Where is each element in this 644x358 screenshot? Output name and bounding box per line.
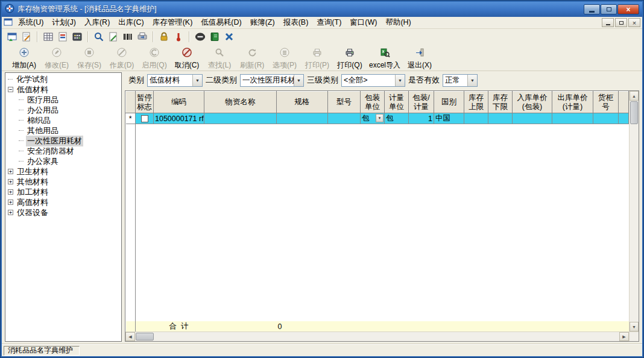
close-button[interactable]: ×: [617, 4, 639, 14]
menu-window[interactable]: 窗口(W): [346, 16, 381, 29]
header-code[interactable]: 编码: [154, 92, 204, 113]
report-icon[interactable]: [56, 30, 69, 43]
sidebar-item-other-materials[interactable]: +其他材料: [5, 177, 121, 187]
window-new-icon[interactable]: [5, 30, 19, 43]
horizontal-scrollbar[interactable]: ◀ ▶: [125, 332, 629, 341]
cell-model[interactable]: [328, 113, 361, 124]
header-in-price[interactable]: 入库单价(包装): [513, 92, 552, 113]
validity-combo[interactable]: 正常 ▼: [443, 74, 478, 87]
mdi-minimize-button[interactable]: [602, 18, 614, 27]
lock-icon[interactable]: [157, 30, 171, 43]
options-button[interactable]: 选项(P): [268, 46, 301, 70]
sidebar-item-disposable-medical-consumables[interactable]: 一次性医用耗材: [5, 136, 121, 146]
tree-expander-plus-icon[interactable]: +: [8, 189, 13, 195]
cancel-button[interactable]: 取消(C): [171, 46, 203, 70]
sidebar-item-chemical-reagents[interactable]: 化学试剂: [5, 74, 121, 84]
grid-icon[interactable]: [42, 30, 55, 43]
tree-expander-minus-icon[interactable]: −: [8, 87, 13, 92]
exit-button[interactable]: 退出(X): [403, 46, 436, 70]
barcode-icon[interactable]: [121, 30, 134, 43]
sidebar-item-low-value-materials[interactable]: −低值材料: [5, 84, 121, 95]
header-row-marker[interactable]: [126, 92, 136, 113]
menu-system[interactable]: 系统(U): [14, 16, 48, 29]
hscroll-thumb[interactable]: [136, 333, 154, 341]
tree-expander-plus-icon[interactable]: +: [8, 199, 13, 205]
excel-import-button[interactable]: excel导入: [366, 46, 403, 70]
tree-expander-plus-icon[interactable]: +: [8, 179, 13, 184]
level3-combo[interactable]: <全部> ▼: [341, 74, 405, 87]
header-material-name[interactable]: 物资名称: [204, 92, 277, 113]
edit-doc-icon[interactable]: [107, 30, 120, 43]
search-doc-icon[interactable]: [92, 30, 106, 43]
menu-inbound[interactable]: 入库(R): [80, 16, 114, 29]
cell-cabinet[interactable]: [593, 113, 619, 124]
print-export-icon[interactable]: [136, 30, 149, 43]
dropdown-arrow-icon[interactable]: ▼: [395, 75, 405, 86]
header-stock-upper[interactable]: 库存上限: [464, 92, 488, 113]
cell-material-name[interactable]: [204, 113, 277, 124]
menu-low-value[interactable]: 低值易耗(D): [197, 16, 245, 29]
dropdown-arrow-icon[interactable]: ▼: [467, 75, 477, 86]
sidebar-item-medical-supplies[interactable]: 医疗用品: [5, 95, 121, 105]
pause-flag-checkbox[interactable]: [141, 115, 148, 122]
enable-button[interactable]: 启用(Q): [138, 46, 171, 70]
dropdown-arrow-icon[interactable]: ▼: [376, 114, 384, 122]
cell-pack-per-measure[interactable]: 1: [409, 113, 434, 124]
menu-reports[interactable]: 报表(B): [279, 16, 313, 29]
header-stock-lower[interactable]: 库存下限: [488, 92, 513, 113]
cell-stock-upper[interactable]: [464, 113, 488, 124]
scroll-right-icon[interactable]: ▶: [619, 332, 629, 341]
sidebar-item-sanitary-materials[interactable]: +卫生材料: [5, 166, 121, 177]
vscroll-track[interactable]: [630, 125, 639, 322]
minimize-button[interactable]: [584, 4, 600, 14]
cell-pause-flag[interactable]: [136, 113, 154, 124]
menu-plan[interactable]: 计划(J): [48, 16, 80, 29]
thermometer-icon[interactable]: [172, 30, 185, 43]
book-icon[interactable]: [208, 30, 221, 43]
void-button[interactable]: 作废(D): [106, 46, 138, 70]
menu-ledger[interactable]: 账簿(Z): [246, 16, 279, 29]
header-measure-unit[interactable]: 计量单位: [385, 92, 409, 113]
sidebar-item-other-supplies[interactable]: 其他用品: [5, 125, 121, 136]
cell-stock-lower[interactable]: [488, 113, 513, 124]
cell-measure-unit[interactable]: 包: [385, 113, 409, 124]
vertical-scrollbar[interactable]: ▲ ▼: [629, 91, 639, 331]
menu-outbound[interactable]: 出库(C): [114, 16, 148, 29]
header-pack-unit[interactable]: 包装单位: [361, 92, 385, 113]
cell-country[interactable]: 中国: [434, 113, 464, 124]
dropdown-arrow-icon[interactable]: ▼: [294, 75, 303, 86]
sidebar-item-fire-safety-equipment[interactable]: 安全消防器材: [5, 146, 121, 156]
header-out-price[interactable]: 出库单价(计量): [552, 92, 593, 113]
header-pause-flag[interactable]: 暂停标志: [136, 92, 154, 113]
sidebar-item-cotton-goods[interactable]: 棉织品: [5, 115, 121, 125]
sidebar-item-office-supplies[interactable]: 办公用品: [5, 105, 121, 115]
dropdown-arrow-icon[interactable]: ▼: [192, 75, 202, 86]
tree-expander-plus-icon[interactable]: +: [8, 169, 13, 174]
print-button[interactable]: 打印(P): [301, 46, 333, 70]
tree-expander-plus-icon[interactable]: +: [8, 210, 13, 215]
mdi-close-button[interactable]: ×: [628, 18, 640, 27]
header-spec[interactable]: 规格: [277, 92, 328, 113]
cell-pack-unit[interactable]: 包▼: [361, 113, 385, 124]
header-pack-per-measure[interactable]: 包装/计量: [409, 92, 434, 113]
sidebar-item-processing-materials[interactable]: +加工材料: [5, 187, 121, 197]
form-edit-icon[interactable]: [20, 30, 33, 43]
scroll-left-icon[interactable]: ◀: [125, 332, 135, 341]
mdi-restore-button[interactable]: [615, 18, 627, 27]
vscroll-thumb[interactable]: [630, 101, 638, 124]
cell-in-price[interactable]: [513, 113, 552, 124]
scroll-up-icon[interactable]: ▲: [630, 91, 639, 101]
menu-stock-mgmt[interactable]: 库存管理(K): [148, 16, 197, 29]
level2-combo[interactable]: 一次性医用耗材 ▼: [240, 74, 304, 87]
menu-query[interactable]: 查询(T): [312, 16, 346, 29]
cell-out-price[interactable]: [552, 113, 593, 124]
menu-help[interactable]: 帮助(H): [381, 16, 415, 29]
print2-button[interactable]: 打印(Q): [333, 46, 366, 70]
add-button[interactable]: 增加(A): [8, 46, 40, 70]
sidebar-item-office-furniture[interactable]: 办公家具: [5, 156, 121, 166]
refresh-button[interactable]: 刷新(R): [236, 46, 268, 70]
find-button[interactable]: 查找(L): [203, 46, 236, 70]
header-country[interactable]: 国别: [434, 92, 464, 113]
hscroll-track[interactable]: [154, 332, 619, 341]
scroll-down-icon[interactable]: ▼: [630, 322, 639, 331]
